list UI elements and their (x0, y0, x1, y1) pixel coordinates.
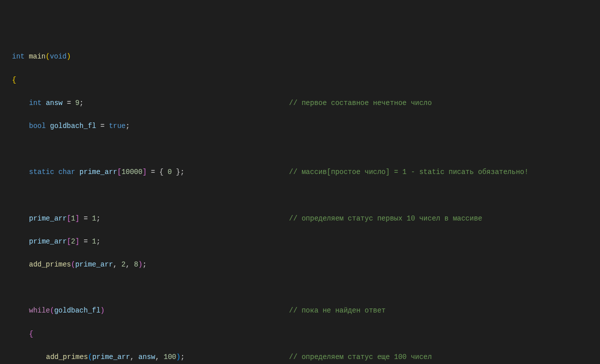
brace-open: { (29, 328, 33, 340)
code-line[interactable]: prime_arr[1] = 1;// определяем статус пе… (12, 213, 600, 224)
blank-line[interactable] (12, 282, 600, 294)
code-line[interactable]: add_primes(prime_arr, 2, 8); (12, 259, 600, 270)
code-line[interactable]: int answ = 9;// первое составное нечетно… (12, 98, 600, 109)
blank-line[interactable] (12, 190, 600, 202)
code-line[interactable]: bool goldbach_fl = true; (12, 120, 600, 132)
code-line[interactable]: static char prime_arr[10000] = { 0 };// … (12, 166, 600, 178)
code-line[interactable]: while(goldbach_fl)// пока не найден отве… (12, 305, 600, 316)
blank-line[interactable] (12, 144, 600, 155)
code-line[interactable]: { (12, 74, 600, 86)
code-line[interactable]: add_primes(prime_arr, answ, 100);// опре… (12, 352, 600, 363)
brace-open: { (12, 74, 16, 86)
code-line[interactable]: int main(void) (12, 51, 600, 62)
code-line[interactable]: { (12, 328, 600, 340)
code-line[interactable]: prime_arr[2] = 1; (12, 236, 600, 248)
